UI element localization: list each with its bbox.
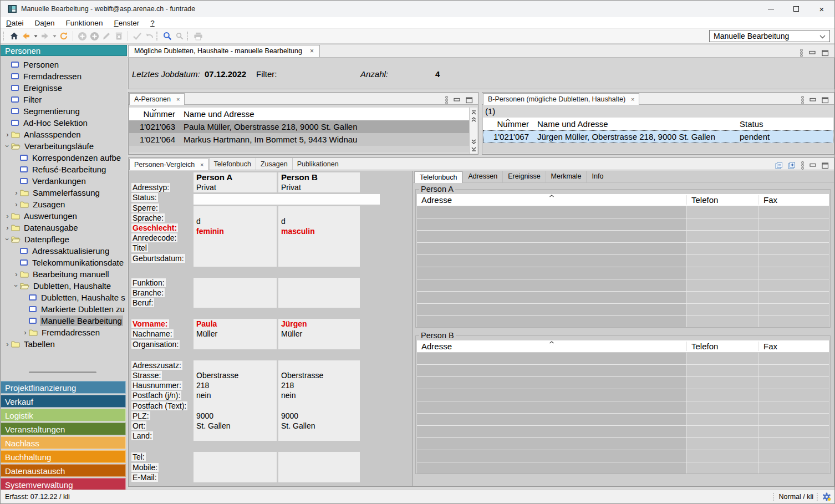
tab-close-icon[interactable]: × bbox=[631, 94, 634, 105]
forward-menu-button[interactable] bbox=[51, 30, 58, 42]
sidebar-item-filter[interactable]: Filter bbox=[1, 94, 126, 105]
back-menu-button[interactable] bbox=[32, 30, 39, 42]
expand-all-icon[interactable] bbox=[788, 162, 796, 170]
tree-expander-icon[interactable]: › bbox=[4, 223, 11, 232]
search-alt-button[interactable] bbox=[174, 30, 186, 42]
chain-icon[interactable] bbox=[801, 161, 805, 170]
detail-empty-row[interactable] bbox=[417, 206, 829, 218]
module-veranstaltungen[interactable]: Veranstaltungen bbox=[1, 422, 126, 435]
column-header-name[interactable]: Name und Adresse bbox=[179, 109, 469, 119]
tree-expander-icon[interactable]: › bbox=[13, 189, 20, 197]
detail-empty-row[interactable] bbox=[417, 292, 829, 304]
panel-maximize-icon[interactable] bbox=[822, 97, 829, 104]
tree-expander-icon[interactable]: › bbox=[13, 200, 20, 208]
sidebar-item-ereignisse[interactable]: Ereignisse bbox=[1, 82, 126, 94]
toolbar-drag-handle[interactable] bbox=[156, 32, 159, 40]
tree-expander-icon[interactable]: › bbox=[3, 236, 12, 243]
sidebar-item-datenpflege[interactable]: ›Datenpflege bbox=[1, 233, 126, 245]
detail-empty-row[interactable] bbox=[417, 401, 829, 414]
search-button[interactable] bbox=[161, 30, 174, 42]
window-minimize-button[interactable] bbox=[758, 1, 783, 17]
menu-daten[interactable]: Daten bbox=[29, 18, 60, 28]
menu-fenster[interactable]: Fenster bbox=[108, 18, 145, 28]
panel-minimize-icon[interactable] bbox=[809, 163, 817, 169]
detail-empty-row[interactable] bbox=[417, 389, 829, 401]
tab-close-icon[interactable]: × bbox=[310, 45, 314, 57]
panel-minimize-icon[interactable] bbox=[809, 98, 817, 103]
tab-personen-vergleich[interactable]: Personen-Vergleich× bbox=[129, 159, 209, 170]
chain-icon[interactable] bbox=[445, 96, 449, 104]
module-verkauf[interactable]: Verkauf bbox=[1, 395, 126, 408]
sidebar-item-dubletten-haushalte[interactable]: ›Dubletten, Haushalte bbox=[1, 280, 126, 292]
sidebar-item-telekommunikationsdate[interactable]: Telekommunikationsdate bbox=[1, 257, 126, 268]
sidebar-item-markierte-dubletten-zu[interactable]: Markierte Dubletten zu bbox=[1, 303, 126, 315]
sidebar-item-refusé-bearbeitung[interactable]: Refusé-Bearbeitung bbox=[1, 164, 126, 175]
module-projektfinanzierung[interactable]: Projektfinanzierung bbox=[1, 381, 126, 394]
sidebar-item-korrespondenzen-aufbe[interactable]: Korrespondenzen aufbe bbox=[1, 152, 126, 164]
column-header-adresse[interactable]: Adresse bbox=[417, 195, 686, 205]
tree-expander-icon[interactable]: › bbox=[22, 328, 29, 337]
delete-button[interactable] bbox=[113, 30, 125, 42]
detail-empty-row[interactable] bbox=[417, 267, 829, 279]
detail-empty-row[interactable] bbox=[417, 462, 829, 474]
sidebar-item-manuelle-bearbeitung[interactable]: Manuelle Bearbeitung bbox=[1, 315, 126, 327]
detail-empty-row[interactable] bbox=[417, 365, 829, 377]
detail-tab-ereignisse[interactable]: Ereignisse bbox=[502, 171, 545, 182]
menu-datei[interactable]: Datei bbox=[1, 18, 29, 28]
detail-empty-row[interactable] bbox=[417, 316, 829, 328]
module-nachlass[interactable]: Nachlass bbox=[1, 436, 126, 449]
sidebar-item-dubletten-haushalte-s[interactable]: Dubletten, Haushalte s bbox=[1, 292, 126, 303]
scrollbar-thumb[interactable] bbox=[29, 371, 96, 373]
tab-telefonbuch[interactable]: Telefonbuch bbox=[209, 158, 256, 170]
detail-empty-row[interactable] bbox=[417, 304, 829, 316]
undo-button[interactable] bbox=[143, 30, 155, 42]
refresh-button[interactable] bbox=[58, 30, 70, 42]
menu-?[interactable]: ? bbox=[145, 18, 160, 28]
tree-expander-icon[interactable]: › bbox=[4, 130, 11, 139]
tree-expander-icon[interactable]: › bbox=[13, 270, 20, 278]
panel-maximize-icon[interactable] bbox=[822, 162, 829, 169]
column-header-nummer[interactable]: Nummer bbox=[129, 109, 179, 119]
add-button[interactable] bbox=[76, 30, 88, 42]
sidebar-item-ad-hoc-selektion[interactable]: Ad-Hoc Selektion bbox=[1, 117, 126, 129]
column-header-telefon[interactable]: Telefon bbox=[686, 195, 758, 205]
detail-tab-info[interactable]: Info bbox=[586, 171, 608, 182]
print-button[interactable] bbox=[192, 30, 204, 42]
chain-icon[interactable] bbox=[801, 96, 805, 104]
tab-close-icon[interactable]: × bbox=[176, 94, 180, 105]
b-person-row[interactable]: 1'021'067Jürgen Müller, Oberstrasse 218,… bbox=[483, 130, 833, 143]
sidebar-item-datenausgabe[interactable]: ›Datenausgabe bbox=[1, 222, 126, 233]
window-close-button[interactable]: × bbox=[809, 1, 834, 17]
panel-maximize-icon[interactable] bbox=[822, 50, 829, 57]
sidebar-item-fremdadressen[interactable]: ›Fremdadressen bbox=[1, 327, 126, 338]
column-header-fax[interactable]: Fax bbox=[758, 342, 829, 351]
column-header-adresse[interactable]: Adresse bbox=[417, 342, 686, 351]
detail-empty-row[interactable] bbox=[417, 377, 829, 389]
detail-empty-row[interactable] bbox=[417, 255, 829, 267]
module-systemverwaltung[interactable]: Systemverwaltung bbox=[1, 478, 126, 491]
tab-a-personen[interactable]: A-Personen × bbox=[129, 93, 185, 105]
detail-tab-merkmale[interactable]: Merkmale bbox=[546, 171, 587, 182]
panel-minimize-icon[interactable] bbox=[809, 50, 816, 56]
detail-empty-row[interactable] bbox=[417, 438, 829, 450]
tree-expander-icon[interactable]: › bbox=[4, 340, 11, 348]
sidebar-item-personen[interactable]: Personen bbox=[1, 59, 126, 70]
column-header-nummer[interactable]: Nummer bbox=[483, 119, 533, 129]
toolbar-drag-handle[interactable] bbox=[3, 32, 6, 40]
tree-expander-icon[interactable]: › bbox=[3, 142, 12, 150]
gear-icon[interactable] bbox=[822, 492, 831, 501]
a-persons-scrollbar[interactable] bbox=[469, 108, 477, 154]
tab-b-personen[interactable]: B-Personen (mögliche Dubletten, Haushalt… bbox=[483, 93, 639, 105]
column-header-name[interactable]: Name und Adresse bbox=[533, 119, 736, 129]
sidebar-item-anlassspenden[interactable]: ›Anlassspenden bbox=[1, 129, 126, 140]
back-button[interactable] bbox=[20, 30, 32, 42]
tab-publikationen[interactable]: Publikationen bbox=[292, 158, 343, 170]
confirm-button[interactable] bbox=[131, 30, 143, 42]
document-tab[interactable]: Mögliche Dubletten, Haushalte - manuelle… bbox=[128, 45, 320, 57]
forward-button[interactable] bbox=[39, 30, 51, 42]
sidebar-item-tabellen[interactable]: ›Tabellen bbox=[1, 338, 126, 350]
module-logistik[interactable]: Logistik bbox=[1, 409, 126, 421]
add-alt-button[interactable] bbox=[88, 30, 100, 42]
sidebar-item-sammelerfassung[interactable]: ›Sammelerfassung bbox=[1, 187, 126, 198]
edit-button[interactable] bbox=[100, 30, 113, 42]
